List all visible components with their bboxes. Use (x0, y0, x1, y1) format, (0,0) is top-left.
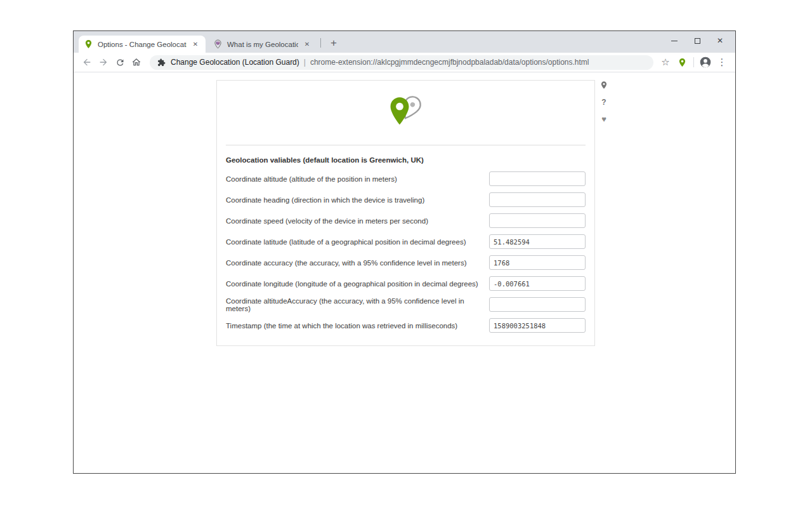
side-icon-column: ? ♥ (599, 76, 608, 128)
options-panel: Geolocation valiables (default location … (216, 80, 595, 346)
field-label: Coordinate longitude (longitude of a geo… (226, 280, 489, 288)
close-icon: ✕ (717, 37, 723, 44)
reload-icon (115, 58, 125, 67)
back-button[interactable] (79, 54, 95, 70)
green-pin-icon (678, 58, 687, 67)
form-row: Coordinate longitude (longitude of a geo… (226, 276, 586, 291)
extension-logo (386, 93, 426, 133)
tab-divider (320, 38, 321, 48)
form-rows: Coordinate altitude (altitude of the pos… (226, 171, 586, 333)
tab-title: Options - Change Geolocation (98, 41, 187, 48)
page-url-text: chrome-extension://aklcpgjmmdecngecmjfbj… (310, 58, 589, 67)
field-input[interactable] (489, 297, 586, 312)
extension-pin-button[interactable] (674, 54, 690, 70)
tab-close-icon[interactable]: ✕ (190, 39, 200, 50)
profile-button[interactable] (697, 54, 714, 70)
help-icon: ? (601, 98, 606, 107)
three-dots-icon: ⋮ (717, 57, 727, 68)
location-pin-link[interactable] (599, 76, 608, 93)
green-pin-logo-icon (386, 95, 414, 131)
tab-title: What is my Geolocation? • WebB (227, 41, 298, 48)
field-input[interactable] (489, 255, 586, 270)
field-label: Coordinate latitude (latitude of a geogr… (226, 238, 489, 246)
close-button[interactable]: ✕ (709, 34, 731, 48)
window-controls: ✕ (663, 34, 731, 48)
omnibox-separator: | (304, 58, 306, 67)
panel-heading: Geolocation valiables (default location … (226, 156, 586, 164)
browser-window: Options - Change Geolocation ✕ ? What is… (73, 30, 736, 474)
tab-geolocation-site[interactable]: ? What is my Geolocation? • WebB ✕ (208, 36, 317, 53)
extension-puzzle-icon (157, 58, 166, 67)
minimize-button[interactable] (663, 34, 686, 48)
form-row: Coordinate speed (velocity of the device… (226, 213, 586, 228)
browser-toolbar: Change Geolocation (Location Guard) | ch… (74, 53, 735, 72)
logo-container (226, 81, 586, 145)
form-row: Coordinate altitude (altitude of the pos… (226, 171, 586, 186)
svg-text:?: ? (217, 41, 219, 44)
avatar-icon (699, 56, 712, 69)
field-label: Timestamp (the time at which the locatio… (226, 322, 489, 330)
form-row: Coordinate altitudeAccuracy (the accurac… (226, 297, 586, 312)
maximize-button[interactable] (686, 34, 709, 48)
field-label: Coordinate altitudeAccuracy (the accurac… (226, 297, 489, 312)
help-link[interactable]: ? (601, 93, 606, 110)
tab-close-icon[interactable]: ✕ (302, 39, 312, 50)
green-pin-favicon (84, 39, 93, 49)
bookmark-star-icon: ☆ (661, 57, 669, 68)
field-input[interactable] (489, 234, 586, 249)
page-content: Geolocation valiables (default location … (74, 72, 735, 474)
field-label: Coordinate speed (velocity of the device… (226, 217, 489, 225)
purple-question-pin-favicon: ? (213, 39, 223, 49)
new-tab-button[interactable]: + (326, 36, 341, 51)
minimize-icon (671, 41, 678, 41)
form-row: Coordinate latitude (latitude of a geogr… (226, 234, 586, 249)
forward-arrow-icon (98, 57, 108, 67)
home-button[interactable] (128, 54, 145, 70)
toolbar-divider (693, 57, 694, 67)
field-input[interactable] (489, 276, 586, 291)
extension-name-text: Change Geolocation (Location Guard) (171, 58, 299, 67)
browser-menu-button[interactable]: ⋮ (714, 54, 730, 70)
address-bar[interactable]: Change Geolocation (Location Guard) | ch… (150, 55, 653, 70)
field-label: Coordinate altitude (altitude of the pos… (226, 175, 489, 183)
tab-strip: Options - Change Geolocation ✕ ? What is… (74, 31, 735, 53)
back-arrow-icon (82, 57, 92, 67)
toolbar-right: ☆ ⋮ (657, 54, 730, 70)
field-input[interactable] (489, 192, 586, 207)
field-input[interactable] (489, 171, 586, 186)
field-label: Coordinate accuracy (the accuracy, with … (226, 259, 489, 267)
reload-button[interactable] (112, 54, 128, 70)
home-icon (131, 57, 141, 67)
form-row: Coordinate heading (direction in which t… (226, 192, 586, 207)
tab-options[interactable]: Options - Change Geolocation ✕ (79, 36, 206, 53)
form-row: Coordinate accuracy (the accuracy, with … (226, 255, 586, 270)
field-input[interactable] (489, 318, 586, 333)
field-input[interactable] (489, 213, 586, 228)
donate-link[interactable]: ♥ (601, 110, 606, 128)
form-row: Timestamp (the time at which the locatio… (226, 318, 586, 333)
maximize-icon (695, 38, 700, 44)
field-label: Coordinate heading (direction in which t… (226, 196, 489, 204)
location-pin-icon (599, 81, 608, 90)
bookmark-button[interactable]: ☆ (657, 54, 674, 70)
forward-button[interactable] (95, 54, 112, 70)
heart-icon: ♥ (601, 114, 606, 124)
